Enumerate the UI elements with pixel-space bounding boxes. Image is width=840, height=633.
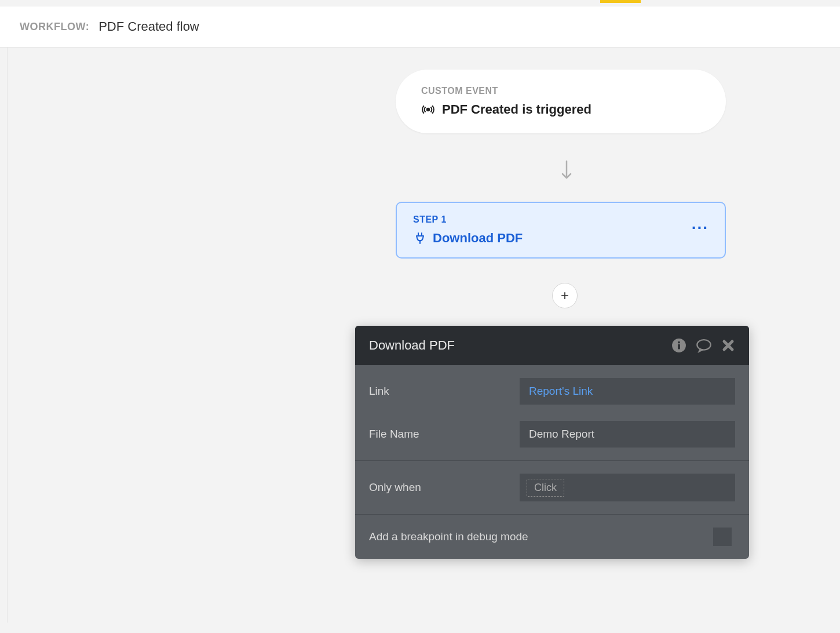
event-type-label: CUSTOM EVENT [421, 86, 700, 96]
breakpoint-label: Add a breakpoint in debug mode [369, 530, 545, 543]
plus-icon: + [561, 288, 569, 304]
svg-point-0 [427, 108, 429, 111]
svg-point-3 [678, 341, 680, 344]
breakpoint-checkbox[interactable] [713, 528, 732, 546]
svg-rect-4 [678, 344, 680, 350]
filename-label: File Name [369, 428, 508, 441]
workflow-title[interactable]: PDF Created flow [98, 19, 199, 34]
link-row: Link [355, 370, 749, 413]
workflow-canvas[interactable]: CUSTOM EVENT PDF Created is triggered ST… [7, 48, 840, 623]
comment-icon[interactable] [696, 337, 712, 354]
onlywhen-row: Only when Click [355, 465, 749, 510]
event-title: PDF Created is triggered [442, 102, 591, 117]
close-icon[interactable] [721, 339, 735, 352]
step-title: Download PDF [433, 231, 523, 246]
onlywhen-label: Only when [369, 481, 508, 494]
svg-point-5 [697, 340, 710, 350]
event-node[interactable]: CUSTOM EVENT PDF Created is triggered [396, 70, 726, 133]
accent-bar [600, 0, 641, 3]
step-more-button[interactable]: ... [692, 214, 708, 229]
workflow-label: WORKFLOW: [20, 21, 89, 33]
filename-input[interactable] [520, 421, 735, 448]
breakpoint-row: Add a breakpoint in debug mode [355, 519, 749, 554]
panel-title: Download PDF [369, 338, 455, 353]
onlywhen-input[interactable]: Click [520, 474, 735, 501]
link-input[interactable] [520, 378, 735, 405]
filename-row: File Name [355, 413, 749, 456]
panel-header[interactable]: Download PDF [355, 326, 749, 365]
broadcast-icon [421, 103, 435, 117]
info-icon[interactable] [671, 338, 686, 353]
link-label: Link [369, 385, 508, 398]
workflow-header: WORKFLOW: PDF Created flow [0, 6, 840, 48]
step-node[interactable]: STEP 1 Download PDF ... [396, 202, 726, 259]
add-step-button[interactable]: + [552, 283, 578, 308]
properties-panel: Download PDF [355, 326, 749, 559]
plug-icon [413, 231, 427, 245]
flow-arrow-icon [561, 160, 572, 185]
click-placeholder-chip: Click [527, 479, 564, 497]
step-label: STEP 1 [413, 214, 692, 225]
